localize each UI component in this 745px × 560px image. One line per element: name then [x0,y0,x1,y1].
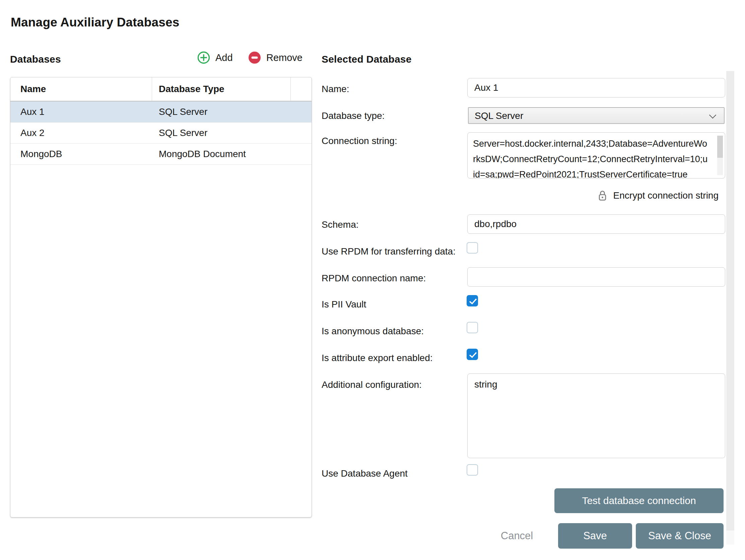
connection-string-field: Server=host.docker.internal,2433;Databas… [467,132,725,178]
database-type-select[interactable]: SQL Server [468,107,724,124]
remove-button-label: Remove [266,52,302,63]
cell-database-type: SQL Server [152,106,312,117]
cell-database-type: MongoDB Document [152,149,312,159]
is-pii-vault-checkbox[interactable] [466,295,478,306]
connection-string-textarea[interactable]: Server=host.docker.internal,2433;Databas… [467,132,725,178]
column-header-database-type: Database Type [152,77,291,101]
selected-database-heading: Selected Database [322,54,412,65]
page-title: Manage Auxiliary Databases [11,15,180,30]
is-attribute-export-enabled-checkbox[interactable] [466,349,478,360]
connection-string-scrollbar-thumb[interactable] [717,136,723,158]
manage-auxiliary-databases-dialog: Manage Auxiliary Databases Databases Add… [0,0,745,560]
add-database-button[interactable]: Add [197,51,233,64]
schema-label: Schema: [322,219,359,230]
use-database-agent-label: Use Database Agent [322,468,408,479]
databases-table: Name Database Type Aux 1 SQL Server Aux … [10,77,312,518]
column-header-name: Name [10,77,152,101]
rpdm-connection-name-label: RPDM connection name: [322,273,426,284]
is-pii-vault-label: Is PII Vault [322,299,366,310]
name-label: Name: [322,84,349,94]
cell-database-type: SQL Server [152,128,312,138]
encrypt-connection-string-label: Encrypt connection string [613,190,718,201]
cell-name: Aux 1 [10,106,152,117]
database-type-label: Database type: [322,110,385,121]
rpdm-connection-name-input[interactable] [467,267,725,287]
connection-string-label: Connection string: [322,136,397,146]
table-row-aux1[interactable]: Aux 1 SQL Server [10,101,312,123]
test-database-connection-button[interactable]: Test database connection [554,488,723,513]
additional-configuration-textarea[interactable]: string [467,373,725,458]
dialog-scrollbar-track-end [726,530,734,545]
databases-table-header: Name Database Type [10,77,312,101]
plus-circle-icon [197,51,210,64]
lock-icon [597,190,608,201]
databases-heading: Databases [10,54,61,65]
dialog-scrollbar[interactable] [726,71,734,530]
table-row-aux2[interactable]: Aux 2 SQL Server [10,123,312,144]
additional-configuration-label: Additional configuration: [322,380,422,390]
add-button-label: Add [216,52,233,63]
remove-database-button[interactable]: Remove [248,51,302,64]
use-rpdm-label: Use RPDM for transferring data: [322,246,456,257]
is-attribute-export-enabled-label: Is attribute export enabled: [322,353,433,363]
is-anonymous-database-label: Is anonymous database: [322,326,424,337]
cancel-button[interactable]: Cancel [492,529,542,543]
use-database-agent-checkbox[interactable] [466,464,478,475]
column-header-spacer [291,77,312,101]
is-anonymous-database-checkbox[interactable] [466,322,478,333]
use-rpdm-checkbox[interactable] [466,242,478,254]
minus-circle-icon [248,51,261,64]
save-and-close-button[interactable]: Save & Close [636,523,723,549]
cell-name: Aux 2 [10,128,152,138]
encrypt-connection-string-button[interactable]: Encrypt connection string [467,190,718,201]
name-input[interactable] [467,78,725,97]
table-row-mongodb[interactable]: MongoDB MongoDB Document [10,144,312,165]
save-button[interactable]: Save [558,523,632,549]
cell-name: MongoDB [10,149,152,159]
schema-input[interactable] [467,215,725,234]
